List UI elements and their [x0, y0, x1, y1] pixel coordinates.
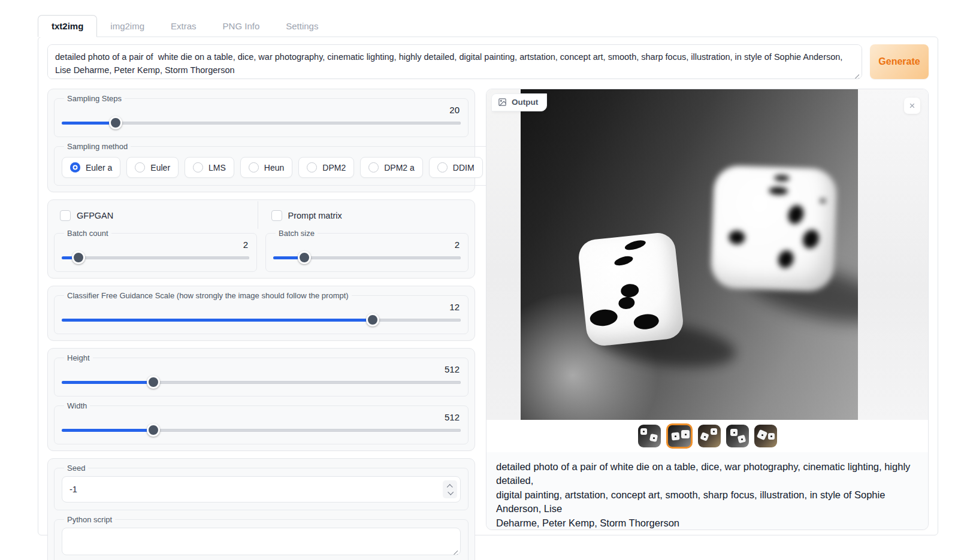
dimensions-card: Height 512 Width 512	[47, 348, 475, 451]
radio-icon	[193, 162, 203, 172]
image-icon	[498, 98, 507, 107]
radio-heun[interactable]: Heun	[240, 157, 292, 178]
sampling-steps-label: Sampling Steps	[64, 94, 125, 103]
radio-icon	[437, 162, 448, 172]
batch-size-label: Batch size	[276, 229, 318, 238]
txt2img-panel: Generate Sampling Steps 20 Sampling meth…	[38, 37, 938, 535]
prompt-matrix-label: Prompt matrix	[288, 211, 342, 220]
batch-count-group: Batch count 2	[54, 229, 257, 272]
tab-extras[interactable]: Extras	[158, 16, 210, 37]
seed-spinner[interactable]	[443, 480, 457, 498]
tab-img2img[interactable]: img2img	[97, 16, 158, 37]
radio-dpm2-a[interactable]: DPM2 a	[360, 157, 423, 178]
sampling-card: Sampling Steps 20 Sampling method Euler …	[47, 89, 475, 192]
radio-selected-icon	[70, 162, 80, 172]
generation-info: detailed photo of a pair of white die on…	[486, 452, 928, 530]
settings-column: Sampling Steps 20 Sampling method Euler …	[47, 89, 475, 560]
prompt-input[interactable]	[47, 44, 862, 79]
batch-size-value: 2	[273, 240, 461, 250]
radio-label: Euler	[150, 163, 170, 172]
thumbnail-2[interactable]	[698, 425, 721, 447]
image-letterbox-right	[858, 89, 928, 420]
seed-card: Seed Python script	[47, 458, 475, 560]
generate-button[interactable]: Generate	[870, 44, 929, 79]
radio-icon	[307, 162, 317, 172]
sampling-steps-slider[interactable]	[62, 116, 461, 129]
gfpgan-option[interactable]: GFPGAN	[54, 201, 258, 229]
sampling-steps-group: Sampling Steps 20	[54, 94, 469, 137]
app-root: txt2img img2img Extras PNG Info Settings…	[0, 0, 955, 535]
spinner-down-icon[interactable]	[448, 489, 454, 495]
batch-size-slider[interactable]	[273, 251, 461, 264]
python-script-input[interactable]	[62, 528, 461, 555]
radio-label: LMS	[208, 163, 226, 172]
batch-count-slider[interactable]	[62, 251, 249, 264]
thumbnail-1-selected[interactable]	[666, 423, 693, 449]
thumbnail-0[interactable]	[638, 425, 661, 447]
radio-euler-a[interactable]: Euler a	[62, 157, 120, 178]
seed-input[interactable]	[62, 476, 461, 503]
radio-label: Euler a	[86, 163, 112, 172]
checkbox-row: GFPGAN Prompt matrix	[54, 201, 469, 229]
tab-txt2img[interactable]: txt2img	[38, 15, 97, 37]
output-label-chip: Output	[491, 93, 547, 111]
seed-label: Seed	[64, 464, 88, 473]
height-slider[interactable]	[62, 376, 461, 389]
radio-icon	[249, 162, 259, 172]
width-slider[interactable]	[62, 423, 461, 437]
radio-label: DDIM	[453, 163, 475, 172]
caption-prompt-line: digital painting, artstation, concept ar…	[496, 488, 918, 516]
caption-prompt-line: Deharme, Peter Kemp, Storm Thorgerson	[496, 516, 918, 530]
die-front	[577, 231, 685, 347]
caption-prompt-line: detailed photo of a pair of white die on…	[496, 460, 918, 488]
image-letterbox-left	[486, 89, 521, 420]
sampling-method-label: Sampling method	[64, 142, 131, 151]
cfg-scale-group: Classifier Free Guidance Scale (how stro…	[54, 291, 469, 334]
prompt-row: Generate	[47, 44, 929, 81]
batch-card: GFPGAN Prompt matrix Batch count 2	[47, 199, 475, 279]
height-group: Height 512	[54, 353, 469, 396]
height-label: Height	[64, 353, 93, 362]
thumbnail-4[interactable]	[754, 425, 777, 447]
radio-icon	[368, 162, 379, 172]
batch-count-label: Batch count	[64, 229, 111, 238]
prompt-matrix-option[interactable]: Prompt matrix	[258, 201, 469, 229]
spinner-up-icon[interactable]	[446, 484, 452, 490]
prompt-matrix-checkbox[interactable]	[271, 210, 282, 221]
generated-image[interactable]	[521, 89, 858, 420]
radio-euler[interactable]: Euler	[126, 157, 179, 178]
python-script-label: Python script	[64, 515, 115, 524]
radio-icon	[135, 162, 145, 172]
width-label: Width	[64, 401, 90, 410]
tab-bar: txt2img img2img Extras PNG Info Settings	[38, 13, 938, 37]
python-script-group: Python script	[54, 515, 469, 560]
close-output-button[interactable]: ×	[904, 98, 920, 114]
radio-label: DPM2	[322, 163, 346, 172]
output-panel: Output ×	[486, 89, 929, 530]
sampling-method-group: Sampling method Euler a Euler LMS Heun D…	[54, 142, 552, 186]
tab-png-info[interactable]: PNG Info	[210, 16, 273, 37]
output-image-stage[interactable]	[486, 89, 928, 420]
cfg-scale-slider[interactable]	[62, 313, 461, 326]
radio-dpm2[interactable]: DPM2	[298, 157, 354, 178]
output-label: Output	[512, 98, 538, 107]
output-column: Output ×	[486, 89, 929, 560]
batch-size-group: Batch size 2	[265, 229, 469, 272]
gfpgan-checkbox[interactable]	[60, 210, 71, 221]
cfg-scale-label: Classifier Free Guidance Scale (how stro…	[64, 291, 352, 300]
die-back	[710, 165, 837, 292]
radio-label: DPM2 a	[384, 163, 415, 172]
radio-ddim[interactable]: DDIM	[429, 157, 483, 178]
width-value: 512	[62, 412, 461, 422]
radio-label: Heun	[264, 163, 284, 172]
cfg-scale-value: 12	[62, 302, 461, 312]
radio-lms[interactable]: LMS	[185, 157, 234, 178]
gfpgan-label: GFPGAN	[77, 211, 113, 220]
sampling-steps-value: 20	[62, 105, 461, 115]
seed-group: Seed	[54, 464, 469, 510]
height-value: 512	[62, 364, 461, 374]
tab-settings[interactable]: Settings	[273, 16, 331, 37]
batch-count-value: 2	[62, 240, 249, 250]
cfg-card: Classifier Free Guidance Scale (how stro…	[47, 286, 475, 341]
thumbnail-3[interactable]	[726, 425, 749, 447]
